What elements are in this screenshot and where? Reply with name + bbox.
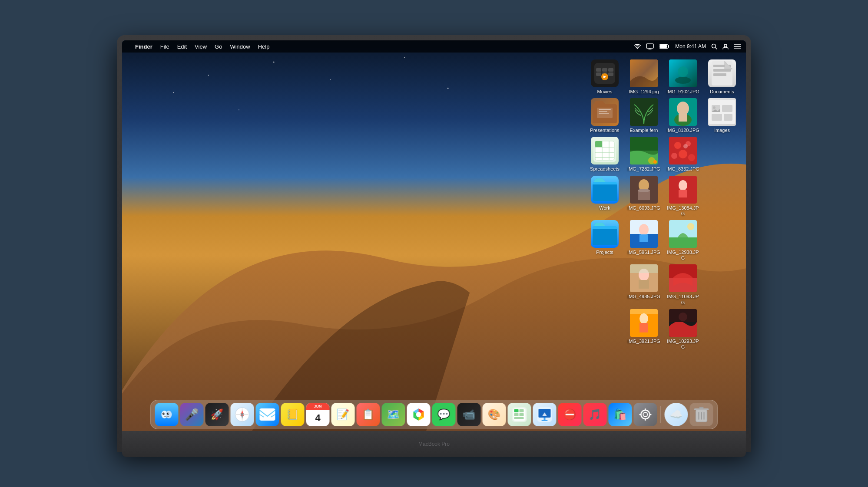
display-icon[interactable] xyxy=(646,43,654,49)
dock-item-music[interactable]: 🎵 xyxy=(583,403,607,426)
desktop-icon-presentations[interactable]: Presentations xyxy=(585,96,624,135)
desktop-icon-img9102[interactable]: IMG_9102.JPG xyxy=(663,58,702,96)
img5961-thumbnail xyxy=(630,220,658,248)
img8352-label: IMG_8352.JPG xyxy=(666,166,699,172)
search-icon[interactable] xyxy=(711,43,717,49)
wifi-icon[interactable] xyxy=(634,44,641,49)
img12938-thumbnail xyxy=(669,220,697,248)
svg-point-42 xyxy=(677,102,689,115)
desktop-icon-img11093[interactable]: IMG_11093.JPG xyxy=(663,263,702,307)
dock-item-icloud[interactable]: ☁️ xyxy=(665,403,688,426)
desktop-icon-img4985[interactable]: IMG_4985.JPG xyxy=(624,263,663,307)
svg-rect-116 xyxy=(514,409,519,412)
desktop-icon-img5961[interactable]: IMG_5961.JPG xyxy=(624,218,663,263)
desktop-icon-img13084[interactable]: IMG_13084.JPG xyxy=(663,174,702,218)
dock-container: 🎤 🚀 xyxy=(150,400,718,431)
svg-rect-120 xyxy=(514,417,524,419)
facetime-icon: 📹 xyxy=(463,408,476,421)
dock-item-numbers[interactable] xyxy=(508,403,531,426)
dock-item-finder[interactable] xyxy=(155,403,179,426)
menu-help[interactable]: Help xyxy=(258,43,270,50)
desktop-icon-spreadsheets[interactable]: Spreadsheets xyxy=(585,135,624,174)
desktop-icon-img7282[interactable]: IMG_7282.JPG xyxy=(624,135,663,174)
dock-item-trash[interactable] xyxy=(690,403,713,426)
svg-point-67 xyxy=(688,154,695,161)
menu-go[interactable]: Go xyxy=(215,43,222,50)
img3921-thumbnail xyxy=(630,309,658,337)
menu-view[interactable]: View xyxy=(195,43,207,50)
dock-item-freeform[interactable]: 🎨 xyxy=(483,403,506,426)
dock-item-keynote[interactable] xyxy=(533,403,557,426)
img4985-label: IMG_4985.JPG xyxy=(627,294,660,299)
svg-point-30 xyxy=(678,66,688,77)
dock-item-systemprefs[interactable] xyxy=(634,403,657,426)
menu-edit[interactable]: Edit xyxy=(177,43,187,50)
svg-rect-20 xyxy=(596,68,601,72)
movies-label: Movies xyxy=(597,89,613,95)
desktop-icon-projects[interactable]: Projects xyxy=(585,218,624,263)
desktop-icon-img10293[interactable]: IMG_10293.JPG xyxy=(663,307,702,352)
desktop-icon-img1294[interactable]: IMG_1294.jpg xyxy=(624,58,663,96)
dock-item-taskheat[interactable]: 📋 xyxy=(357,403,380,426)
desktop[interactable]: Finder File Edit View Go Window Help xyxy=(122,40,746,431)
dock-item-siri[interactable]: 🎤 xyxy=(180,403,204,426)
desktop-icon-movies[interactable]: Movies xyxy=(585,58,624,96)
desktop-icon-work[interactable]: Work xyxy=(585,174,624,218)
svg-rect-128 xyxy=(645,408,646,411)
desktop-icon-images[interactable]: Images xyxy=(702,96,742,135)
dock-item-appstore[interactable]: 🛍️ xyxy=(609,403,632,426)
svg-rect-75 xyxy=(679,190,687,198)
desktop-icon-img6093[interactable]: IMG_6093.JPG xyxy=(624,174,663,218)
spreadsheets-icon xyxy=(593,139,616,162)
images-folder-icon xyxy=(709,100,735,124)
svg-rect-8 xyxy=(646,44,653,48)
freeform-icon: 🎨 xyxy=(488,408,501,421)
maps-icon: 🗺️ xyxy=(387,408,400,421)
svg-rect-80 xyxy=(639,234,648,242)
dock-separator xyxy=(661,406,661,423)
projects-label: Projects xyxy=(596,250,613,255)
photos-icon xyxy=(411,407,427,422)
dock-item-mail[interactable] xyxy=(256,403,279,426)
dock-item-notes[interactable]: 📒 xyxy=(281,403,305,426)
dock-item-donotdisturb[interactable]: ⛔ xyxy=(558,403,582,426)
img1294-label: IMG_1294.jpg xyxy=(629,89,659,95)
img10293-thumbnail xyxy=(669,309,697,337)
desktop-icon-img12938[interactable]: IMG_12938.JPG xyxy=(663,218,702,263)
systemprefs-icon xyxy=(638,407,653,422)
menu-window[interactable]: Window xyxy=(230,43,250,50)
dock-item-messages[interactable]: 💬 xyxy=(432,403,456,426)
laptop-frame: Finder File Edit View Go Window Help xyxy=(0,0,868,487)
dnd-icon: ⛔ xyxy=(563,408,576,421)
dock-item-safari[interactable] xyxy=(231,403,254,426)
img4985-thumbnail xyxy=(630,264,658,292)
menu-finder[interactable]: Finder xyxy=(135,43,152,50)
calendar-icon: JUN 4 xyxy=(306,403,330,426)
dock-item-photos[interactable] xyxy=(407,403,431,426)
svg-point-99 xyxy=(166,411,172,418)
desktop-icon-img8120[interactable]: IMG_8120.JPG xyxy=(663,96,702,135)
svg-point-1 xyxy=(208,75,209,76)
dock: 🎤 🚀 xyxy=(150,400,718,429)
img8120-label: IMG_8120.JPG xyxy=(666,128,699,133)
desktop-icon-img8352[interactable]: IMG_8352.JPG xyxy=(663,135,702,174)
svg-rect-124 xyxy=(544,418,546,420)
desktop-icon-documents[interactable]: Documents xyxy=(702,58,742,96)
menubar-right: Mon 9:41 AM xyxy=(634,43,741,49)
svg-rect-119 xyxy=(520,413,524,416)
dock-item-facetime[interactable]: 📹 xyxy=(457,403,481,426)
dock-item-stickies[interactable]: 📝 xyxy=(331,403,355,426)
documents-label: Documents xyxy=(710,89,734,95)
menu-file[interactable]: File xyxy=(160,43,169,50)
user-icon[interactable] xyxy=(722,43,729,49)
dock-item-calendar[interactable]: JUN 4 xyxy=(306,403,330,426)
dock-item-maps[interactable]: 🗺️ xyxy=(382,403,405,426)
desktop-icon-img3921[interactable]: IMG_3921.JPG xyxy=(624,307,663,352)
desktop-icon-example-fern[interactable]: Example fern xyxy=(624,96,663,135)
control-center-icon[interactable] xyxy=(734,44,741,49)
svg-point-79 xyxy=(639,224,649,235)
stickies-icon: 📝 xyxy=(337,408,350,421)
finder-icon xyxy=(159,407,175,422)
dock-item-launchpad[interactable]: 🚀 xyxy=(205,403,229,426)
icloud-icon: ☁️ xyxy=(670,408,683,421)
